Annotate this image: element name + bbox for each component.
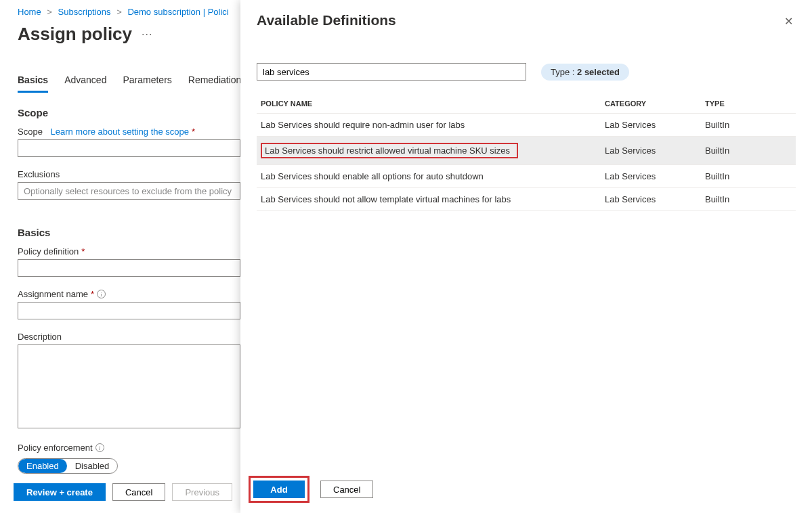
- policy-type-cell: BuiltIn: [702, 188, 796, 211]
- add-button-highlight: Add: [249, 476, 309, 503]
- exclusions-input[interactable]: [18, 182, 240, 200]
- required-asterisk: *: [91, 289, 94, 299]
- chevron-right-icon: >: [47, 7, 52, 17]
- policy-definition-input[interactable]: [18, 259, 240, 277]
- add-button[interactable]: Add: [253, 481, 305, 498]
- description-label: Description: [18, 332, 62, 342]
- policy-type-cell: BuiltIn: [702, 114, 796, 137]
- assign-policy-panel: Home > Subscriptions > Demo subscription…: [0, 0, 240, 513]
- description-textarea[interactable]: [18, 344, 240, 428]
- scope-heading: Scope: [18, 107, 240, 118]
- policy-category-cell: Lab Services: [602, 188, 702, 211]
- enforcement-disabled[interactable]: Disabled: [67, 459, 118, 473]
- required-asterisk: *: [192, 127, 195, 137]
- review-create-button[interactable]: Review + create: [14, 483, 106, 501]
- policy-type-cell: BuiltIn: [702, 165, 796, 188]
- policy-name-cell: Lab Services should not allow template v…: [257, 188, 602, 211]
- tab-parameters[interactable]: Parameters: [123, 74, 171, 93]
- policy-name-cell: Lab Services should require non-admin us…: [257, 114, 602, 137]
- exclusions-label: Exclusions: [18, 169, 60, 179]
- policy-type-cell: BuiltIn: [702, 137, 796, 165]
- tab-bar: Basics Advanced Parameters Remediation: [18, 74, 240, 93]
- policy-name-cell: Lab Services should restrict allowed vir…: [257, 137, 602, 165]
- table-row[interactable]: Lab Services should not allow template v…: [257, 188, 796, 211]
- tab-advanced[interactable]: Advanced: [64, 74, 106, 93]
- table-row[interactable]: Lab Services should restrict allowed vir…: [257, 137, 796, 165]
- chevron-right-icon: >: [116, 7, 122, 17]
- scope-label: Scope: [18, 127, 43, 137]
- tab-remediation[interactable]: Remediation: [188, 74, 242, 93]
- policy-category-cell: Lab Services: [602, 114, 702, 137]
- required-asterisk: *: [81, 246, 85, 256]
- filter-label: Type :: [551, 67, 574, 77]
- breadcrumb-demo-subscription[interactable]: Demo subscription | Polici: [127, 7, 228, 17]
- assignment-name-label: Assignment name: [18, 289, 88, 299]
- flyout-footer: Add Cancel: [249, 476, 373, 503]
- policy-category-cell: Lab Services: [602, 137, 702, 165]
- policy-enforcement-toggle[interactable]: Enabled Disabled: [18, 458, 118, 474]
- filter-value: 2 selected: [577, 67, 620, 77]
- highlighted-policy-name: Lab Services should restrict allowed vir…: [261, 143, 518, 158]
- type-filter-pill[interactable]: Type : 2 selected: [541, 64, 629, 81]
- cancel-button[interactable]: Cancel: [320, 481, 373, 498]
- available-definitions-flyout: Available Definitions ✕ Type : 2 selecte…: [240, 0, 812, 513]
- cancel-button[interactable]: Cancel: [112, 483, 165, 501]
- info-icon[interactable]: i: [95, 443, 104, 452]
- close-button[interactable]: ✕: [782, 12, 796, 30]
- info-icon[interactable]: i: [97, 290, 106, 298]
- breadcrumb-subscriptions[interactable]: Subscriptions: [58, 7, 111, 17]
- search-input[interactable]: [257, 63, 526, 81]
- breadcrumb: Home > Subscriptions > Demo subscription…: [18, 7, 240, 17]
- page-title: Assign policy: [18, 24, 132, 45]
- policy-definition-label: Policy definition: [18, 246, 79, 256]
- table-row[interactable]: Lab Services should require non-admin us…: [257, 114, 796, 137]
- column-header-type[interactable]: TYPE: [702, 94, 796, 114]
- column-header-category[interactable]: CATEGORY: [602, 94, 702, 114]
- close-icon: ✕: [784, 16, 793, 27]
- column-header-name[interactable]: POLICY NAME: [257, 94, 602, 114]
- left-footer: Review + create Cancel Previous: [14, 483, 232, 501]
- more-actions-button[interactable]: ···: [142, 28, 152, 41]
- previous-button: Previous: [172, 483, 232, 501]
- definitions-table: POLICY NAME CATEGORY TYPE Lab Services s…: [257, 94, 796, 211]
- basics-heading: Basics: [18, 227, 240, 238]
- assignment-name-input[interactable]: [18, 302, 240, 319]
- tab-basics[interactable]: Basics: [18, 74, 48, 93]
- flyout-title: Available Definitions: [257, 12, 396, 28]
- policy-category-cell: Lab Services: [602, 165, 702, 188]
- scope-input[interactable]: [18, 139, 240, 157]
- table-row[interactable]: Lab Services should enable all options f…: [257, 165, 796, 188]
- scope-learn-more-link[interactable]: Learn more about setting the scope: [51, 127, 190, 137]
- policy-name-cell: Lab Services should enable all options f…: [257, 165, 602, 188]
- breadcrumb-home[interactable]: Home: [18, 7, 41, 17]
- policy-enforcement-label: Policy enforcement: [18, 443, 93, 453]
- enforcement-enabled[interactable]: Enabled: [18, 459, 67, 473]
